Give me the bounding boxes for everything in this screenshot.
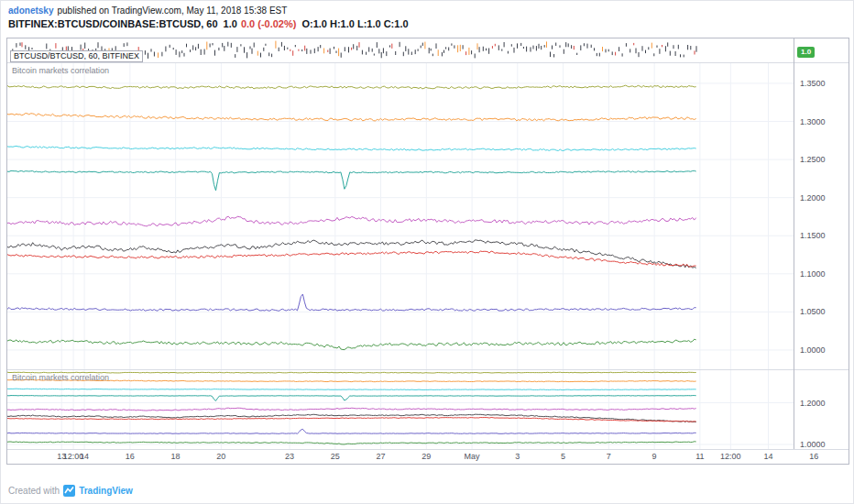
symbol-row: BITFINEX:BTCUSD/COINBASE:BTCUSD, 601.00.… (8, 18, 409, 29)
time-tick-label: 27 (377, 452, 386, 461)
series-line-orange (7, 379, 696, 381)
indicator-legend-lower[interactable]: Bitcoin markets correlation (12, 373, 109, 382)
byline-row: adonetskypublished on TradingView.com, M… (8, 5, 287, 16)
username-link[interactable]: adonetsky (8, 5, 53, 16)
time-tick-label: 12:00 (720, 452, 741, 461)
time-axis[interactable]: 1312:001416182023252729May35791112:00141… (7, 450, 849, 464)
series-line-cyan (7, 146, 696, 150)
tradingview-logo-icon (63, 485, 75, 497)
price-tick-label: 1.0500 (800, 307, 826, 316)
price-axis-lower[interactable]: 1.20001.0000 (794, 370, 849, 449)
series-line-olive (7, 372, 696, 373)
series-line-cyan (7, 389, 696, 389)
price-tick-label: 1.0000 (800, 440, 826, 449)
tradingview-snapshot-page: adonetskypublished on TradingView.com, M… (0, 0, 854, 504)
time-tick-label: 3 (515, 452, 520, 461)
time-tick-label: 9 (652, 452, 657, 461)
time-tick-label: 16 (126, 452, 135, 461)
byline-text: published on TradingView.com, May 11, 20… (57, 5, 287, 16)
series-line-orange (7, 114, 696, 121)
time-tick-label: 7 (607, 452, 611, 461)
time-tick-label: 23 (285, 452, 294, 461)
time-tick-label: 20 (216, 452, 225, 461)
price-tick-label: 1.3500 (800, 79, 826, 88)
time-tick-label: 14 (764, 452, 773, 461)
pane-plot (7, 63, 794, 369)
price-pane-legend[interactable]: BTCUSD/BTCUSD, 60, BITFINEX (10, 50, 143, 62)
series-line-teal (7, 170, 696, 191)
price-tick-label: 1.2000 (800, 399, 826, 408)
indicator-legend-main[interactable]: Bitcoin markets correlation (12, 66, 109, 75)
series-line-teal (7, 396, 696, 401)
price-axis-main[interactable]: 1.35001.30001.25001.20001.15001.10001.05… (794, 63, 849, 369)
time-tick-label: 11 (695, 452, 704, 461)
series-line-magenta (7, 408, 696, 411)
price-change: 0.0 (-0.02%) (241, 18, 297, 29)
price-tick-label: 1.0000 (800, 345, 826, 355)
time-tick-label: 5 (561, 452, 565, 461)
pane-plot (7, 370, 794, 449)
time-tick-label: 25 (331, 452, 340, 461)
price-tick-label: 1.1500 (800, 231, 826, 240)
time-tick-label: May (465, 452, 480, 461)
series-line-indigo (7, 294, 696, 311)
chart-frame: BTCUSD/BTCUSD, 60, BITFINEX 1.0 Bitcoin … (6, 38, 849, 465)
price-tick-label: 1.2500 (800, 155, 826, 164)
time-tick-label: 14 (80, 452, 89, 461)
price-tick-label: 1.1000 (800, 269, 826, 279)
time-tick-label: 16 (809, 452, 818, 461)
price-tick-label: 1.3000 (800, 117, 826, 126)
ohlc-values: O:1.0 H:1.0 L:1.0 C:1.0 (301, 18, 408, 29)
last-price: 1.0 (224, 18, 237, 29)
separator-panes (7, 369, 849, 370)
created-with-label: Created with (8, 486, 60, 496)
series-line-dark (7, 240, 696, 268)
series-line-magenta (7, 216, 696, 226)
series-line-olive (7, 85, 696, 89)
lower-pane-canvas[interactable]: Bitcoin markets correlation (7, 370, 794, 449)
price-badge: 1.0 (797, 47, 815, 58)
series-line-green (7, 339, 696, 349)
time-tick-label: 29 (422, 452, 431, 461)
series-line-indigo (7, 429, 696, 433)
symbol-title: BITFINEX:BTCUSD/COINBASE:BTCUSD, 60 (8, 18, 218, 29)
price-tick-label: 1.2000 (800, 193, 826, 203)
time-tick-label: 18 (171, 452, 181, 461)
footer: Created with TradingView (8, 485, 133, 497)
tradingview-brand-link[interactable]: TradingView (79, 486, 133, 496)
separator-time-axis (7, 449, 849, 450)
main-pane-canvas[interactable]: Bitcoin markets correlation (7, 63, 794, 369)
separator-strip (7, 62, 849, 63)
separator-price-axis (794, 38, 794, 449)
series-line-green (7, 442, 696, 444)
